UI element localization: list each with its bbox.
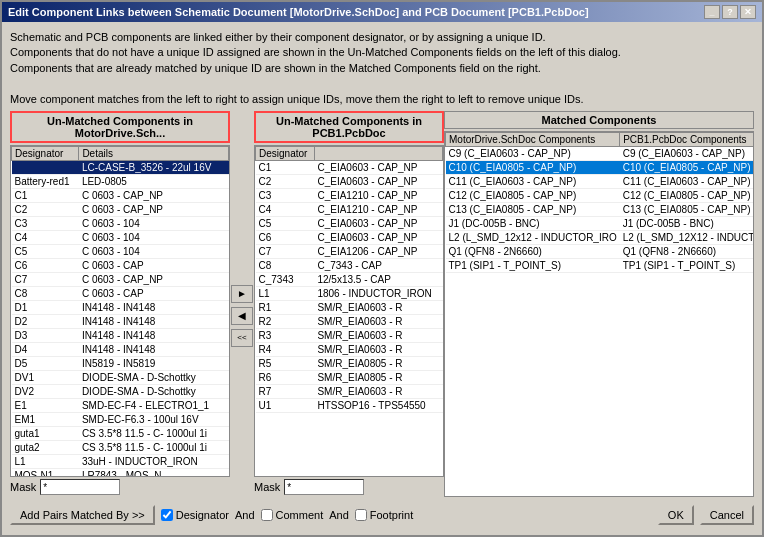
matched-schematic-cell: J1 (DC-005B - BNC) xyxy=(446,216,620,230)
middle-list-item[interactable]: R4SM/R_EIA0603 - R xyxy=(256,342,443,356)
left-list-item[interactable]: D3IN4148 - IN4148 xyxy=(12,328,229,342)
middle-list-item[interactable]: R3SM/R_EIA0603 - R xyxy=(256,328,443,342)
left-mask-input[interactable] xyxy=(40,479,120,495)
description-text: Schematic and PCB components are linked … xyxy=(10,30,754,107)
matched-list-item[interactable]: C11 (C_EIA0603 - CAP_NP)C11 (C_EIA0603 -… xyxy=(446,174,755,188)
left-list-item[interactable]: guta1CS 3.5*8 11.5 - C- 1000ul 1i xyxy=(12,426,229,440)
desc-line-5: Move component matches from the left to … xyxy=(10,92,754,107)
left-panel-header: Un-Matched Components in MotorDrive.Sch.… xyxy=(10,111,230,143)
help-button[interactable]: ? xyxy=(722,5,738,19)
left-list-item[interactable]: C7C 0603 - CAP_NP xyxy=(12,272,229,286)
matched-list-item[interactable]: TP1 (SIP1 - T_POINT_S)TP1 (SIP1 - T_POIN… xyxy=(446,258,755,272)
left-list-item[interactable]: C2C 0603 - CAP_NP xyxy=(12,202,229,216)
and-label-1: And xyxy=(235,509,255,521)
left-list-item[interactable]: C8C 0603 - CAP xyxy=(12,286,229,300)
move-right-button[interactable]: ► xyxy=(231,285,253,303)
left-list-item[interactable]: LC-CASE-B_3526 - 22ul 16V xyxy=(12,160,229,174)
middle-list-item[interactable]: R5SM/R_EIA0805 - R xyxy=(256,356,443,370)
left-list-item[interactable]: C1C 0603 - CAP_NP xyxy=(12,188,229,202)
middle-mask-input[interactable] xyxy=(284,479,364,495)
middle-designator-cell: R6 xyxy=(256,370,315,384)
middle-designator-cell: R4 xyxy=(256,342,315,356)
left-list-item[interactable]: Battery-red1LED-0805 xyxy=(12,174,229,188)
comment-checkbox[interactable] xyxy=(261,509,273,521)
middle-list-item[interactable]: C2C_EIA0603 - CAP_NP xyxy=(256,174,443,188)
ok-button[interactable]: OK xyxy=(658,505,694,525)
middle-designator-cell: C2 xyxy=(256,174,315,188)
left-designator-cell: C7 xyxy=(12,272,79,286)
middle-designator-cell: R2 xyxy=(256,314,315,328)
matched-schematic-cell: TP1 (SIP1 - T_POINT_S) xyxy=(446,258,620,272)
middle-details-cell: C_EIA0603 - CAP_NP xyxy=(314,174,442,188)
left-list-item[interactable]: C4C 0603 - 104 xyxy=(12,230,229,244)
left-col-designator: Designator xyxy=(12,146,79,160)
middle-list-item[interactable]: C1C_EIA0603 - CAP_NP xyxy=(256,160,443,174)
matched-list-item[interactable]: J1 (DC-005B - BNC)J1 (DC-005B - BNC) xyxy=(446,216,755,230)
matched-list-item[interactable]: C13 (C_EIA0805 - CAP_NP)C13 (C_EIA0805 -… xyxy=(446,202,755,216)
left-details-cell: LED-0805 xyxy=(79,174,229,188)
and-label-2: And xyxy=(329,509,349,521)
matched-schematic-cell: C10 (C_EIA0805 - CAP_NP) xyxy=(446,160,620,174)
minimize-button[interactable]: _ xyxy=(704,5,720,19)
middle-list-item[interactable]: C8C_7343 - CAP xyxy=(256,258,443,272)
matched-components-table: MotorDrive.SchDoc Components PCB1.PcbDoc… xyxy=(445,132,754,273)
footprint-checkbox[interactable] xyxy=(355,509,367,521)
middle-list-container[interactable]: Designator C1C_EIA0603 - CAP_NPC2C_EIA06… xyxy=(254,145,444,477)
matched-schematic-cell: C9 (C_EIA0603 - CAP_NP) xyxy=(446,146,620,160)
middle-designator-cell: U1 xyxy=(256,398,315,412)
add-pairs-button[interactable]: Add Pairs Matched By >> xyxy=(10,505,155,525)
middle-list-item[interactable]: R6SM/R_EIA0805 - R xyxy=(256,370,443,384)
left-list-item[interactable]: EM1SMD-EC-F6.3 - 100ul 16V xyxy=(12,412,229,426)
middle-list-item[interactable]: C3C_EIA1210 - CAP_NP xyxy=(256,188,443,202)
middle-list-item[interactable]: C4C_EIA1210 - CAP_NP xyxy=(256,202,443,216)
left-details-cell: C 0603 - CAP_NP xyxy=(79,188,229,202)
move-all-left-button[interactable]: << xyxy=(231,329,253,347)
middle-list-item[interactable]: C6C_EIA0603 - CAP_NP xyxy=(256,230,443,244)
left-list-item[interactable]: C6C 0603 - CAP xyxy=(12,258,229,272)
right-list-container[interactable]: MotorDrive.SchDoc Components PCB1.PcbDoc… xyxy=(444,131,754,497)
left-list-item[interactable]: L133uH - INDUCTOR_IRON xyxy=(12,454,229,468)
matched-pcb-cell: J1 (DC-005B - BNC) xyxy=(620,216,754,230)
matched-list-item[interactable]: C9 (C_EIA0603 - CAP_NP)C9 (C_EIA0603 - C… xyxy=(446,146,755,160)
left-col-details: Details xyxy=(79,146,229,160)
left-designator-cell: C4 xyxy=(12,230,79,244)
designator-label: Designator xyxy=(176,509,229,521)
middle-list-item[interactable]: R2SM/R_EIA0603 - R xyxy=(256,314,443,328)
middle-list-item[interactable]: U1HTSSOP16 - TPS54550 xyxy=(256,398,443,412)
left-list-item[interactable]: C5C 0603 - 104 xyxy=(12,244,229,258)
middle-details-cell: C_EIA0603 - CAP_NP xyxy=(314,230,442,244)
move-left-button[interactable]: ◀ xyxy=(231,307,253,325)
left-list-item[interactable]: D2IN4148 - IN4148 xyxy=(12,314,229,328)
left-details-cell: DIODE-SMA - D-Schottky xyxy=(79,384,229,398)
middle-list-item[interactable]: C5C_EIA0603 - CAP_NP xyxy=(256,216,443,230)
left-list-container[interactable]: Designator Details LC-CASE-B_3526 - 22ul… xyxy=(10,145,230,477)
left-list-item[interactable]: guta2CS 3.5*8 11.5 - C- 1000ul 1i xyxy=(12,440,229,454)
left-list-item[interactable]: D5IN5819 - IN5819 xyxy=(12,356,229,370)
left-details-cell: C 0603 - 104 xyxy=(79,216,229,230)
cancel-button[interactable]: Cancel xyxy=(700,505,754,525)
left-list-item[interactable]: D4IN4148 - IN4148 xyxy=(12,342,229,356)
left-details-cell: IN4148 - IN4148 xyxy=(79,342,229,356)
middle-list-item[interactable]: C_734312/5x13.5 - CAP xyxy=(256,272,443,286)
matched-list-item[interactable]: C10 (C_EIA0805 - CAP_NP)C10 (C_EIA0805 -… xyxy=(446,160,755,174)
middle-list-item[interactable]: R7SM/R_EIA0603 - R xyxy=(256,384,443,398)
middle-list-item[interactable]: R1SM/R_EIA0603 - R xyxy=(256,300,443,314)
left-list-item[interactable]: DV1DIODE-SMA - D-Schottky xyxy=(12,370,229,384)
matched-list-item[interactable]: L2 (L_SMD_12x12 - INDUCTOR_IROL2 (L_SMD_… xyxy=(446,230,755,244)
left-list-item[interactable]: DV2DIODE-SMA - D-Schottky xyxy=(12,384,229,398)
left-details-cell: C 0603 - CAP xyxy=(79,258,229,272)
left-list-item[interactable]: C3C 0603 - 104 xyxy=(12,216,229,230)
middle-list-item[interactable]: C7C_EIA1206 - CAP_NP xyxy=(256,244,443,258)
left-designator-cell: C1 xyxy=(12,188,79,202)
matched-list-item[interactable]: Q1 (QFN8 - 2N6660)Q1 (QFN8 - 2N6660) xyxy=(446,244,755,258)
left-list-item[interactable]: D1IN4148 - IN4148 xyxy=(12,300,229,314)
left-details-cell: IN5819 - IN5819 xyxy=(79,356,229,370)
left-list-item[interactable]: E1SMD-EC-F4 - ELECTRO1_1 xyxy=(12,398,229,412)
left-designator-cell: E1 xyxy=(12,398,79,412)
middle-details-cell: SM/R_EIA0603 - R xyxy=(314,300,442,314)
designator-checkbox[interactable] xyxy=(161,509,173,521)
middle-list-item[interactable]: L11806 - INDUCTOR_IRON xyxy=(256,286,443,300)
close-button[interactable]: ✕ xyxy=(740,5,756,19)
matched-list-item[interactable]: C12 (C_EIA0805 - CAP_NP)C12 (C_EIA0805 -… xyxy=(446,188,755,202)
left-list-item[interactable]: MOS-N1LR7843 - MOS_N xyxy=(12,468,229,477)
